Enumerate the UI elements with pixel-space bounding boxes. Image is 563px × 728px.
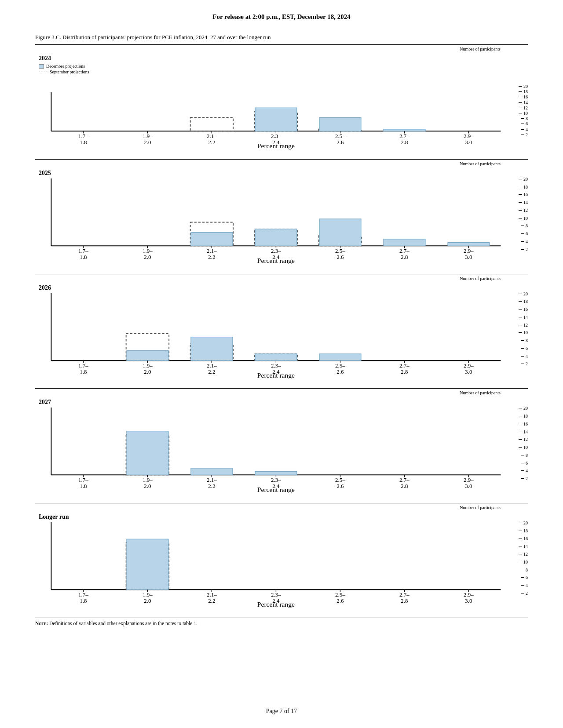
- svg-text:2.7–: 2.7–: [399, 133, 409, 139]
- y-tick: 16: [519, 192, 528, 197]
- svg-text:1.7–: 1.7–: [78, 477, 88, 483]
- note-section: Note: Definitions of variables and other…: [35, 618, 528, 626]
- svg-rect-13: [255, 108, 297, 131]
- svg-text:3.0: 3.0: [465, 254, 472, 260]
- svg-rect-22: [384, 129, 425, 131]
- chart-section-3: Number of participants20271.7–1.81.9–2.0…: [35, 388, 528, 495]
- svg-text:Percent range: Percent range: [257, 601, 295, 608]
- svg-text:1.9–: 1.9–: [143, 133, 153, 139]
- y-tick: 10: [519, 445, 528, 450]
- svg-text:2.7–: 2.7–: [399, 591, 409, 598]
- svg-rect-127: [127, 539, 168, 590]
- y-tick: 6: [521, 346, 528, 351]
- y-tick: 6: [521, 121, 528, 126]
- y-tick: 20: [519, 521, 528, 525]
- svg-text:2.6: 2.6: [336, 254, 344, 260]
- svg-text:Percent range: Percent range: [257, 486, 295, 494]
- note-text: Definitions of variables and other expla…: [48, 621, 197, 626]
- chart-section-4: Number of participantsLonger run1.7–1.81…: [35, 503, 528, 610]
- y-tick: 2: [521, 132, 528, 137]
- svg-text:1.7–: 1.7–: [78, 362, 88, 368]
- svg-rect-57: [448, 242, 490, 246]
- page-header: For release at 2:00 p.m., EST, December …: [0, 0, 563, 25]
- svg-text:2.1–: 2.1–: [207, 248, 217, 254]
- svg-text:2.2: 2.2: [208, 139, 215, 146]
- svg-text:2.2: 2.2: [208, 254, 215, 260]
- y-tick: 10: [519, 330, 528, 335]
- y-axis-right-1: 2018161412108642: [504, 167, 528, 266]
- main-content: Figure 3.C. Distribution of participants…: [0, 25, 563, 644]
- svg-text:2.9–: 2.9–: [464, 477, 474, 483]
- number-participants-label-0: Number of participants: [35, 47, 528, 51]
- svg-text:2.8: 2.8: [401, 483, 408, 489]
- svg-text:2.3–: 2.3–: [271, 362, 281, 368]
- y-tick: 12: [519, 437, 528, 442]
- y-tick: 14: [519, 430, 528, 434]
- svg-text:2.7–: 2.7–: [399, 477, 409, 483]
- y-tick: 20: [519, 291, 528, 296]
- legend: December projectionsSeptember projection…: [39, 64, 89, 74]
- y-tick: 20: [519, 406, 528, 411]
- svg-rect-107: [255, 472, 297, 475]
- y-tick: 18: [519, 414, 528, 419]
- number-participants-label-1: Number of participants: [35, 161, 528, 166]
- svg-text:1.7–: 1.7–: [78, 248, 88, 254]
- y-tick: 16: [519, 95, 528, 99]
- y-tick: 6: [521, 575, 528, 580]
- svg-text:1.8: 1.8: [80, 368, 87, 375]
- svg-text:2.1–: 2.1–: [207, 591, 217, 598]
- y-axis-right-2: 2018161412108642: [504, 282, 528, 381]
- svg-text:2.8: 2.8: [401, 254, 408, 260]
- svg-text:1.8: 1.8: [80, 483, 87, 489]
- svg-text:2.3–: 2.3–: [271, 133, 281, 139]
- y-tick: 8: [521, 568, 528, 572]
- svg-text:2.8: 2.8: [401, 597, 408, 604]
- y-tick: 10: [519, 216, 528, 221]
- svg-text:2.3–: 2.3–: [271, 591, 281, 598]
- svg-text:2.7–: 2.7–: [399, 362, 409, 368]
- number-participants-label-4: Number of participants: [35, 505, 528, 510]
- svg-rect-78: [255, 353, 297, 360]
- y-tick: 8: [521, 338, 528, 343]
- svg-text:1.7–: 1.7–: [78, 133, 88, 139]
- y-axis-right-4: 2018161412108642: [504, 511, 528, 610]
- legend-sep-label: September projections: [50, 69, 89, 74]
- figure-title: Figure 3.C. Distribution of participants…: [35, 34, 528, 41]
- svg-rect-44: [255, 229, 297, 246]
- legend-sep-line: [39, 72, 48, 72]
- number-participants-label-2: Number of participants: [35, 276, 528, 281]
- svg-text:2.0: 2.0: [144, 139, 151, 146]
- y-axis-right-0: 2018161412108642: [504, 52, 528, 151]
- svg-text:2.5–: 2.5–: [335, 362, 345, 368]
- svg-text:1.8: 1.8: [80, 254, 87, 260]
- svg-rect-82: [319, 353, 361, 360]
- number-participants-label-3: Number of participants: [35, 390, 528, 395]
- svg-text:2.7–: 2.7–: [399, 248, 409, 254]
- y-tick: 10: [519, 111, 528, 116]
- svg-text:2.2: 2.2: [208, 368, 215, 375]
- y-tick: 12: [519, 208, 528, 213]
- svg-text:2.6: 2.6: [336, 483, 344, 489]
- svg-text:Percent range: Percent range: [257, 371, 295, 379]
- legend-dec-label: December projections: [46, 64, 85, 69]
- y-tick: 16: [519, 422, 528, 426]
- y-tick: 16: [519, 307, 528, 312]
- y-tick: 4: [521, 239, 528, 244]
- release-text: For release at 2:00 p.m., EST, December …: [212, 13, 350, 20]
- y-tick: 20: [519, 84, 528, 89]
- y-tick: 10: [519, 560, 528, 564]
- svg-rect-73: [191, 337, 233, 360]
- y-tick: 18: [519, 89, 528, 94]
- svg-rect-39: [191, 232, 233, 246]
- y-tick: 12: [519, 323, 528, 328]
- chart-section-1: Number of participants20251.7–1.81.9–2.0…: [35, 159, 528, 266]
- svg-text:2.1–: 2.1–: [207, 362, 217, 368]
- svg-text:2.8: 2.8: [401, 368, 408, 375]
- svg-text:1.8: 1.8: [80, 139, 87, 146]
- svg-text:2.0: 2.0: [144, 368, 151, 375]
- y-tick: 4: [521, 127, 528, 132]
- svg-rect-103: [191, 468, 233, 475]
- svg-text:3.0: 3.0: [465, 368, 472, 375]
- svg-text:2.6: 2.6: [336, 368, 344, 375]
- year-label-1: 2025: [39, 170, 51, 177]
